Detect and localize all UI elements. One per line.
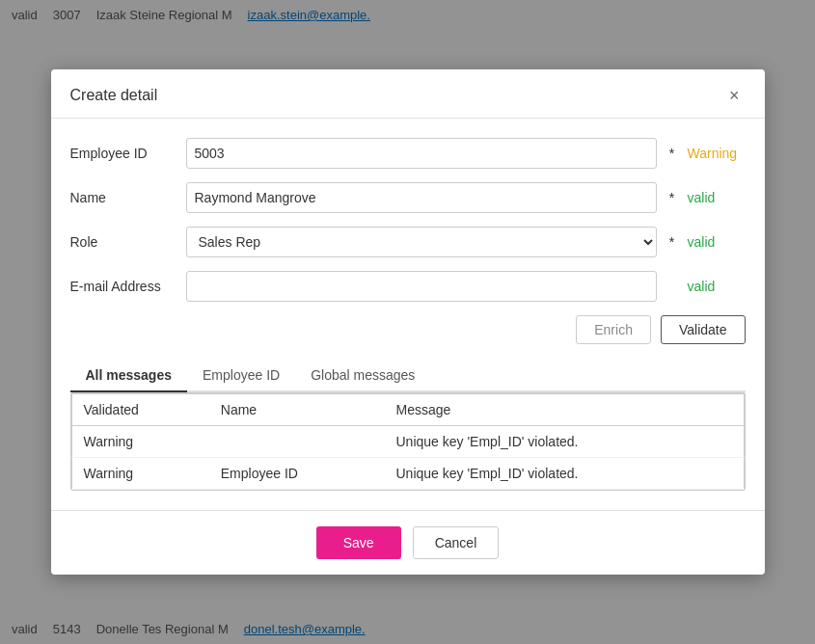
modal-title: Create detail: [70, 87, 158, 104]
email-row: E-mail Address valid: [70, 271, 746, 302]
create-detail-modal: Create detail × Employee ID * Warning Na…: [51, 69, 765, 575]
tab-all-messages[interactable]: All messages: [70, 360, 188, 392]
row1-name: [209, 426, 385, 458]
col-header-validated: Validated: [71, 394, 209, 426]
employee-id-label: Employee ID: [70, 146, 186, 161]
action-row: Enrich Validate: [70, 315, 746, 344]
cancel-button[interactable]: Cancel: [413, 526, 500, 559]
role-status: valid: [688, 234, 746, 250]
modal-footer: Save Cancel: [51, 510, 765, 575]
modal-overlay: Create detail × Employee ID * Warning Na…: [0, 0, 815, 644]
validate-button[interactable]: Validate: [661, 315, 746, 344]
message-tabs: All messages Employee ID Global messages: [70, 360, 746, 392]
employee-id-required: *: [665, 146, 680, 161]
name-status: valid: [688, 190, 746, 205]
col-header-name: Name: [209, 394, 385, 426]
modal-header: Create detail ×: [51, 69, 765, 119]
email-label: E-mail Address: [70, 279, 186, 294]
messages-table: Validated Name Message Warning Unique ke…: [71, 393, 745, 490]
name-input-wrap: * valid: [186, 182, 746, 213]
table-row: Warning Employee ID Unique key 'Empl_ID'…: [71, 458, 744, 490]
row2-name: Employee ID: [209, 458, 385, 490]
row2-validated: Warning: [71, 458, 209, 490]
tab-global-messages[interactable]: Global messages: [295, 360, 430, 392]
email-input-wrap: valid: [186, 271, 746, 302]
table-header-row: Validated Name Message: [71, 394, 744, 426]
table-row: Warning Unique key 'Empl_ID' violated.: [71, 426, 744, 458]
col-header-message: Message: [385, 394, 745, 426]
name-required: *: [665, 190, 680, 205]
role-input-wrap: Sales Rep Manager Admin * valid: [186, 227, 746, 257]
employee-id-row: Employee ID * Warning: [70, 138, 746, 169]
row2-message: Unique key 'Empl_ID' violated.: [385, 458, 745, 490]
email-input[interactable]: [186, 271, 657, 302]
row1-validated: Warning: [71, 426, 209, 458]
messages-table-wrap: Validated Name Message Warning Unique ke…: [70, 392, 746, 491]
save-button[interactable]: Save: [316, 526, 401, 559]
role-required: *: [665, 234, 680, 250]
name-label: Name: [70, 190, 186, 205]
employee-id-status: Warning: [688, 146, 746, 161]
enrich-button[interactable]: Enrich: [576, 315, 651, 344]
close-button[interactable]: ×: [723, 85, 746, 106]
employee-id-input-wrap: * Warning: [186, 138, 746, 169]
email-status: valid: [688, 279, 746, 294]
role-row: Role Sales Rep Manager Admin * valid: [70, 227, 746, 257]
name-row: Name * valid: [70, 182, 746, 213]
role-select[interactable]: Sales Rep Manager Admin: [186, 227, 657, 257]
tab-employee-id[interactable]: Employee ID: [187, 360, 295, 392]
employee-id-input[interactable]: [186, 138, 657, 169]
modal-body: Employee ID * Warning Name * valid Role: [51, 119, 765, 510]
row1-message: Unique key 'Empl_ID' violated.: [385, 426, 745, 458]
role-label: Role: [70, 234, 186, 250]
name-input[interactable]: [186, 182, 657, 213]
